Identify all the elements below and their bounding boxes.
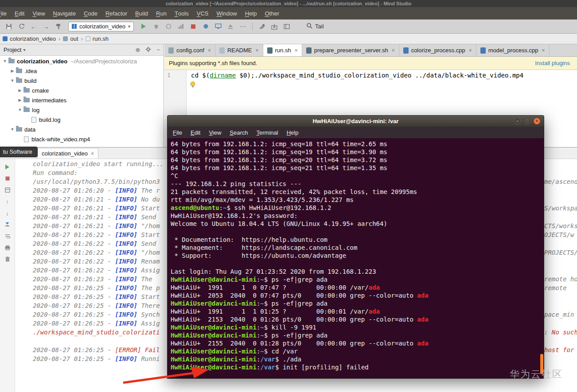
menu-refactor[interactable]: Refactor [101, 7, 131, 19]
stop-button[interactable] [4, 175, 11, 182]
tab-colorize_process.cpp[interactable]: colorize_process.cpp× [399, 44, 476, 56]
project-panel-title[interactable]: Project [4, 47, 21, 53]
menu-navigate[interactable]: Navigate [49, 7, 80, 19]
settings-wrench-icon[interactable] [257, 22, 267, 31]
clear-console-icon[interactable] [4, 256, 11, 263]
menu-other[interactable]: Other [261, 7, 283, 19]
menu-view[interactable]: View [28, 7, 49, 19]
chevron-down-icon[interactable]: ▼ [17, 108, 23, 112]
tree-item-.idea[interactable]: ▶.idea [0, 66, 164, 76]
device-monitor-icon[interactable] [213, 22, 223, 31]
search-box[interactable]: Tail [306, 23, 324, 30]
save-icon[interactable] [4, 22, 14, 31]
breadcrumb-item-out[interactable]: out [63, 35, 78, 42]
run-console-tab[interactable]: colorization_video × [37, 148, 98, 159]
menu-code[interactable]: Code [80, 7, 101, 19]
tab-model_process.cpp[interactable]: model_process.cpp× [476, 44, 550, 56]
terminal-menu-terminal[interactable]: Terminal [257, 129, 278, 136]
debug-icon[interactable] [151, 22, 161, 31]
chevron-right-icon[interactable]: ▶ [17, 98, 23, 102]
window-titlebar: colorization_video [~/AscendProjects/col… [0, 0, 577, 7]
menu-run[interactable]: Run [152, 7, 171, 19]
terminal-menu-help[interactable]: Help [287, 129, 299, 136]
tree-item-label: black-white_video.mp4 [31, 136, 90, 143]
terminal-window[interactable]: HwHiAiUser@davinci-mini: /var – □ × File… [167, 115, 544, 379]
more-icon[interactable]: ⋯ [238, 22, 248, 31]
minimize-button[interactable]: – [514, 118, 521, 124]
tab-close-icon[interactable]: × [208, 47, 211, 54]
maximize-button[interactable]: □ [524, 118, 530, 124]
chevron-right-icon[interactable]: ▶ [9, 69, 16, 73]
menu-edit[interactable]: Edit [11, 7, 28, 19]
tab-config.conf[interactable]: config.conf× [164, 44, 215, 56]
run-button[interactable] [138, 22, 149, 31]
project-icon [3, 36, 8, 41]
up-stack-icon[interactable]: ↑ [4, 198, 11, 205]
chevron-right-icon[interactable]: ▶ [17, 88, 23, 93]
tree-item-cmake[interactable]: ▶cmake [0, 85, 164, 95]
tab-README[interactable]: README× [215, 44, 263, 56]
file-icon [267, 47, 273, 54]
menu-help[interactable]: Help [241, 7, 261, 19]
down-stack-icon[interactable]: ↓ [4, 210, 11, 217]
terminal-menu-search[interactable]: Search [230, 129, 248, 136]
breadcrumb-item-colorization_video[interactable]: colorization_video [3, 35, 56, 42]
chevron-down-icon[interactable]: ▾ [23, 47, 25, 52]
soft-wrap-icon[interactable] [4, 233, 11, 240]
terminal-menu-edit[interactable]: Edit [191, 129, 200, 136]
tree-item-black-white_video.mp4[interactable]: black-white_video.mp4 [0, 134, 164, 144]
scroll-to-end-icon[interactable] [4, 221, 11, 228]
chevron-down-icon[interactable]: ▼ [9, 127, 16, 132]
tab-prepare_presenter_server.sh[interactable]: prepare_presenter_server.sh× [302, 44, 399, 56]
intention-bulb-icon[interactable] [190, 82, 195, 89]
eject-icon[interactable] [225, 22, 236, 31]
terminal-output[interactable]: 64 bytes from 192.168.1.2: icmp_seq=18 t… [167, 138, 544, 379]
menu-vcs[interactable]: VCS [193, 7, 213, 19]
breadcrumb-item-run.sh[interactable]: run.sh [86, 35, 109, 42]
build-hammer-icon[interactable] [53, 22, 64, 31]
console-line-continuation: remote [544, 284, 567, 291]
tab-close-icon[interactable]: × [295, 47, 298, 54]
tab-close-icon[interactable]: × [542, 47, 545, 54]
layout-icon[interactable] [281, 22, 292, 31]
rerun-button[interactable] [4, 163, 11, 171]
tree-item-intermediates[interactable]: ▶intermediates [0, 95, 164, 105]
stop-button[interactable] [188, 22, 199, 31]
gear-icon[interactable] [145, 47, 151, 54]
coverage-icon[interactable] [163, 22, 174, 31]
terminal-line: * Management: https://landscape.canonica… [171, 244, 541, 252]
terminal-menu-file[interactable]: File [173, 129, 182, 136]
close-button[interactable]: × [534, 118, 540, 124]
menu-build[interactable]: Build [131, 7, 152, 19]
tab-close-icon[interactable]: × [469, 47, 472, 54]
terminal-titlebar[interactable]: HwHiAiUser@davinci-mini: /var – □ × [167, 115, 544, 127]
hide-panel-icon[interactable]: − [156, 47, 160, 53]
locate-icon[interactable]: ⊕ [136, 47, 140, 53]
tab-run.sh[interactable]: run.sh× [263, 44, 302, 56]
tree-item-root[interactable]: ▼colorization_video~/AscendProjects/colo… [0, 56, 164, 66]
chevron-down-icon[interactable]: ▼ [9, 78, 16, 83]
tree-item-build[interactable]: ▼build [0, 76, 164, 85]
tree-item-log[interactable]: ▼log [0, 105, 164, 115]
restore-layout-icon[interactable] [4, 186, 11, 194]
forward-icon[interactable]: → [41, 22, 51, 31]
mind-studio-window: colorization_video [~/AscendProjects/col… [0, 0, 577, 392]
export-icon[interactable] [269, 22, 280, 31]
menu-tools[interactable]: Tools [171, 7, 193, 19]
chevron-down-icon[interactable]: ▼ [2, 59, 8, 63]
tree-item-data[interactable]: ▼data [0, 124, 164, 134]
run-config-combo[interactable]: colorization_video ▾ [68, 22, 134, 31]
attach-debugger-icon[interactable] [200, 22, 211, 31]
tab-close-icon[interactable]: × [256, 47, 259, 54]
close-icon[interactable]: × [91, 151, 94, 157]
sync-icon[interactable] [16, 22, 27, 31]
menu-window[interactable]: Window [212, 7, 241, 19]
tab-close-icon[interactable]: × [392, 47, 395, 54]
menu-file[interactable]: File [0, 7, 11, 19]
terminal-menu-view[interactable]: View [209, 129, 221, 136]
profiler-icon[interactable] [175, 22, 186, 31]
back-icon[interactable]: ← [28, 22, 39, 31]
install-plugins-link[interactable]: Install plugins [535, 60, 570, 66]
tree-item-build.log[interactable]: build.log [0, 115, 164, 124]
print-icon[interactable] [4, 244, 11, 251]
